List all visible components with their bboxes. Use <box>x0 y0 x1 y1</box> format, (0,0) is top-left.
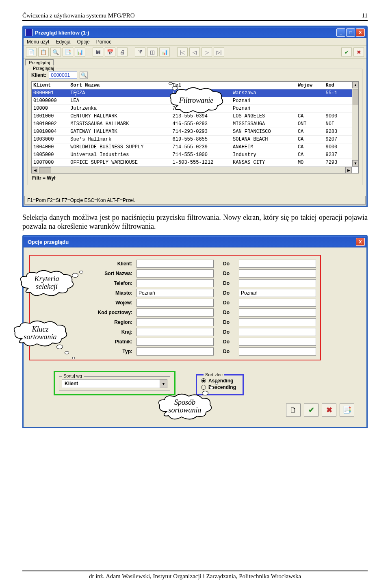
scroll-right-icon[interactable]: ▶ <box>345 167 352 174</box>
table-row[interactable]: 1004000WORLDWIDE BUSINESS SUPPLY714-555-… <box>32 143 352 151</box>
sort-combo[interactable]: Klient ▼ <box>62 379 167 388</box>
panel-legend: Przeglądaj <box>31 66 56 71</box>
titlebar[interactable]: Przegląd klientów (1-) _ □ X <box>24 27 366 38</box>
scroll-vthumb[interactable] <box>353 89 358 105</box>
tool-icon[interactable]: 🖬 <box>93 47 103 57</box>
scroll-thumb[interactable] <box>39 167 51 173</box>
new-icon[interactable]: 🗋 <box>286 404 301 417</box>
filter-to-input[interactable] <box>239 279 316 287</box>
titlebar2[interactable]: Opcje przeglądu X <box>24 236 366 247</box>
menu-opcje[interactable]: Opcje <box>77 39 89 45</box>
filter-label: Typ: <box>85 349 134 354</box>
filter-to-input[interactable] <box>239 318 316 326</box>
do-label: Do <box>216 300 236 306</box>
close-button[interactable]: X <box>356 238 365 246</box>
page-footer: dr inż. Adam Wasilewski, Instytut Organi… <box>22 571 368 580</box>
chevron-down-icon[interactable]: ▼ <box>160 380 167 388</box>
filter-label: Telefon: <box>85 280 134 286</box>
options-icon[interactable]: 📑 <box>340 404 354 417</box>
filter-status: Filtr = Wył <box>31 174 359 182</box>
scroll-left-icon[interactable]: ◀ <box>32 167 38 174</box>
filter-label: Kod pocztowy: <box>85 310 134 315</box>
table-row[interactable]: 1007000OFFICE SUPPLY WAREHOUSE1-503-555-… <box>32 159 352 167</box>
cancel-button[interactable]: ✖ <box>322 404 336 417</box>
filter-from-input[interactable] <box>136 269 214 278</box>
print-icon[interactable]: 🖨 <box>117 47 128 57</box>
table-row[interactable]: 1003000Sue's Hallmark619-555-8655SOLANA … <box>32 136 352 143</box>
tool-icon[interactable]: 📑 <box>63 47 73 57</box>
filter-from-input[interactable] <box>136 260 214 268</box>
maximize-button[interactable]: □ <box>346 28 355 37</box>
filter-to-input[interactable] <box>239 328 316 336</box>
vertical-scrollbar[interactable]: ▲ ▼ <box>352 82 358 167</box>
tool-icon[interactable]: 📋 <box>38 47 49 57</box>
tool-icon[interactable]: 📊 <box>75 47 85 57</box>
klient-input[interactable] <box>49 72 77 79</box>
first-icon[interactable]: |◁ <box>177 47 188 57</box>
filter-from-input[interactable] <box>136 338 214 346</box>
radio-descending[interactable]: Descending <box>201 384 236 390</box>
do-label: Do <box>216 349 236 354</box>
filter-from-input[interactable] <box>136 299 214 307</box>
lookup-icon[interactable]: 🔍 <box>80 72 88 79</box>
menu-edycja[interactable]: Edycja <box>56 39 70 45</box>
radio-ascending[interactable]: Ascending <box>201 378 236 384</box>
tool-icon[interactable]: 📄 <box>26 47 37 57</box>
filter-from-input[interactable] <box>136 347 214 356</box>
filter-to-input[interactable] <box>239 347 316 356</box>
filter-from-input[interactable] <box>136 328 214 336</box>
tab-przegladaj[interactable]: Przeglądaj <box>25 59 54 65</box>
tool-icon[interactable]: ◫ <box>147 47 158 57</box>
filter-label: Kraj: <box>85 329 134 335</box>
filter-label: Wojew: <box>85 300 134 306</box>
filter-to-input[interactable] <box>239 338 316 346</box>
ok-button[interactable]: ✔ <box>304 404 318 417</box>
table-row[interactable]: 10010004GATEWAY HALLMARK714-293-0293SAN … <box>32 128 352 136</box>
do-label: Do <box>216 290 236 296</box>
column-header[interactable]: Wojew <box>296 82 324 89</box>
cancel-icon[interactable]: ✖ <box>353 47 364 57</box>
scroll-down-icon[interactable]: ▼ <box>352 160 359 167</box>
callout-filtrowanie: Filtrowanie <box>168 87 225 115</box>
window-title: Przegląd klientów (1-) <box>35 30 336 36</box>
filter-from-input[interactable] <box>136 279 214 287</box>
minimize-button[interactable]: _ <box>336 28 345 37</box>
table-row[interactable]: 1005000Universal Industries714-555-1000I… <box>32 151 352 159</box>
column-header[interactable]: Kod <box>324 82 352 89</box>
table-row[interactable]: 10010002MISSISSAUGA HALLMARK416-555-0293… <box>32 120 352 128</box>
tool-icon[interactable]: 🔍 <box>50 47 61 57</box>
menu-uzyt[interactable]: Menu użyt <box>27 39 49 45</box>
confirm-icon[interactable]: ✔ <box>341 47 352 57</box>
last-icon[interactable]: ▷| <box>214 47 224 57</box>
horizontal-scrollbar[interactable]: ◀ ▶ <box>32 167 352 173</box>
filter-from-input[interactable] <box>136 308 214 317</box>
filter-icon[interactable]: ⧩ <box>135 47 145 57</box>
calendar-icon[interactable]: 📅 <box>105 47 115 57</box>
browse-panel: Przeglądaj Klient: 🔍 KlientSort NazwaTel… <box>28 69 362 185</box>
filter-to-input[interactable] <box>239 299 316 307</box>
do-label: Do <box>216 261 236 267</box>
do-label: Do <box>216 339 236 345</box>
filter-to-input[interactable] <box>239 269 316 278</box>
filter-to-input[interactable] <box>239 289 316 297</box>
filter-to-input[interactable] <box>239 260 316 268</box>
scroll-up-icon[interactable]: ▲ <box>352 82 359 88</box>
column-header[interactable]: Sort Nazwa <box>69 82 171 89</box>
filter-to-input[interactable] <box>239 308 316 317</box>
chart-icon[interactable]: 📊 <box>159 47 170 57</box>
order-legend: Sort zlec <box>204 372 224 377</box>
prev-icon[interactable]: ◁ <box>189 47 200 57</box>
filter-label: Region: <box>85 319 134 325</box>
filter-label: Sort Nazwa: <box>85 271 134 276</box>
filter-from-input[interactable] <box>136 318 214 326</box>
toolbar: 📄 📋 🔍 📑 📊 🖬 📅 🖨 ⧩ ◫ 📊 |◁ ◁ ▷ ▷| ✔ ✖ <box>24 46 366 59</box>
radio-dot-icon <box>201 385 206 390</box>
menu-pomoc[interactable]: Pomoc <box>96 39 111 45</box>
menubar: Menu użyt Edycja Opcje Pomoc <box>24 38 366 46</box>
column-header[interactable]: Klient <box>32 82 69 89</box>
filter-from-input[interactable] <box>136 289 214 297</box>
column-header[interactable] <box>231 82 296 89</box>
next-icon[interactable]: ▷ <box>202 47 212 57</box>
filter-label: Klient: <box>85 261 134 267</box>
close-button[interactable]: X <box>356 28 365 37</box>
